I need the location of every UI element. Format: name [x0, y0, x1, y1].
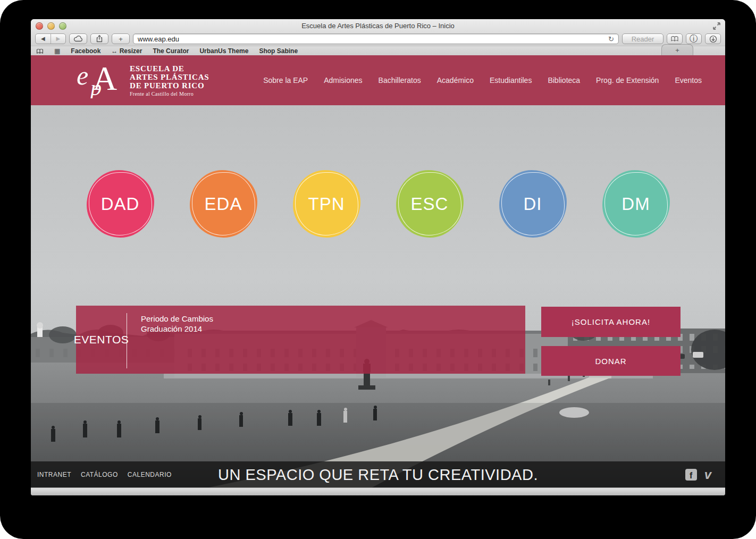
nav-admisiones[interactable]: Admisiones	[324, 76, 362, 85]
solicita-ahora-button[interactable]: ¡SOLICITA AHORA!	[541, 307, 681, 337]
nav-prog-extension[interactable]: Prog. de Extensión	[596, 76, 659, 85]
bookmark-item[interactable]: UrbanUs Theme	[199, 47, 248, 55]
site-header: e p A ESCUELA DE ARTES PLÁSTICAS DE PUER…	[31, 55, 725, 105]
footer-link-intranet[interactable]: INTRANET	[37, 471, 71, 478]
reload-icon[interactable]: ↻	[608, 35, 614, 43]
top-sites-grid-icon[interactable]: ▦	[54, 47, 60, 55]
program-circle-di[interactable]: DI	[499, 170, 567, 238]
program-circle-esc[interactable]: ESC	[396, 170, 464, 238]
nav-bachilleratos[interactable]: Bachilleratos	[379, 76, 421, 85]
footer-links: INTRANET CATÁLOGO CALENDARIO	[37, 471, 172, 478]
nav-biblioteca[interactable]: Biblioteca	[548, 76, 580, 85]
reading-list-button[interactable]	[667, 33, 683, 44]
bookmarks-book-icon[interactable]	[36, 48, 44, 54]
icloud-button[interactable]	[69, 33, 87, 44]
address-bar[interactable]: www.eap.edu ↻	[133, 33, 619, 44]
site-footer: INTRANET CATÁLOGO CALENDARIO UN ESPACIO …	[31, 461, 725, 488]
bookmark-item[interactable]: Shop Sabine	[259, 47, 298, 55]
new-tab-button[interactable]: +	[112, 33, 130, 44]
circle-ring	[192, 172, 255, 235]
donar-button[interactable]: DONAR	[541, 346, 681, 376]
event-item[interactable]: Graduación 2014	[141, 324, 213, 334]
browser-window: Escuela de Artes Plásticas de Puerto Ric…	[31, 19, 725, 495]
circle-ring	[398, 172, 461, 235]
circle-ring	[89, 172, 152, 235]
bookmark-item[interactable]: Facebook	[71, 47, 100, 55]
hero-section: DAD EDA TPN ESC DI DM EVENTOS Periodo de…	[31, 105, 725, 488]
reader-button[interactable]: Reader	[622, 33, 663, 44]
facebook-icon[interactable]: f	[685, 469, 697, 481]
events-list: Periodo de Cambios Graduación 2014	[127, 306, 213, 374]
circle-ring	[501, 172, 565, 235]
footer-link-calendario[interactable]: CALENDARIO	[128, 471, 172, 478]
nav-estudiantiles[interactable]: Estudiantiles	[490, 76, 532, 85]
program-circles: DAD EDA TPN ESC DI DM	[31, 170, 725, 238]
footer-link-catalogo[interactable]: CATÁLOGO	[81, 471, 118, 478]
logo-text: ESCUELA DE ARTES PLÁSTICAS DE PUERTO RIC…	[130, 64, 209, 97]
footer-social: f v	[685, 469, 725, 481]
info-button[interactable]: ⓘ	[686, 33, 702, 44]
vimeo-icon[interactable]: v	[704, 469, 711, 481]
new-tab-tab-button[interactable]: +	[661, 44, 693, 56]
campus-photo	[31, 105, 725, 488]
nav-sobre-la-eap[interactable]: Sobre la EAP	[263, 76, 308, 85]
url-text: www.eap.edu	[138, 35, 608, 43]
forward-button[interactable]: ▶	[51, 34, 66, 44]
circle-ring	[604, 172, 668, 235]
program-circle-eda[interactable]: EDA	[190, 170, 257, 238]
bookmark-item[interactable]: The Curator	[153, 47, 189, 55]
downloads-button[interactable]	[705, 33, 721, 44]
toolbar: ◀ ▶ + www.eap.edu ↻ Reader ⓘ	[31, 32, 725, 46]
window-bottom-edge	[31, 487, 725, 495]
program-circle-tpn[interactable]: TPN	[293, 170, 360, 238]
main-nav: Sobre la EAP Admisiones Bachilleratos Ac…	[263, 76, 725, 85]
eap-logo-monogram: e p A	[77, 62, 122, 98]
events-panel: EVENTOS Periodo de Cambios Graduación 20…	[76, 306, 525, 374]
event-item[interactable]: Periodo de Cambios	[141, 314, 213, 324]
program-circle-dm[interactable]: DM	[602, 170, 670, 238]
history-nav: ◀ ▶	[35, 33, 66, 44]
program-circle-dad[interactable]: DAD	[87, 170, 154, 238]
nav-eventos[interactable]: Eventos	[675, 76, 702, 85]
svg-text:A: A	[93, 62, 117, 97]
events-heading: EVENTOS	[76, 306, 127, 374]
svg-text:e: e	[77, 62, 88, 90]
bookmarks-bar: ▦ Facebook ↔ Resizer The Curator UrbanUs…	[31, 46, 725, 56]
eap-logo[interactable]: e p A ESCUELA DE ARTES PLÁSTICAS DE PUER…	[77, 62, 209, 98]
circle-ring	[295, 172, 358, 235]
nav-academico[interactable]: Académico	[437, 76, 474, 85]
fullscreen-icon[interactable]	[712, 22, 721, 30]
footer-tagline: UN ESPACIO QUE RETA TU CREATIVIDAD.	[218, 466, 538, 484]
share-button[interactable]	[90, 33, 108, 44]
window-title: Escuela de Artes Plásticas de Puerto Ric…	[31, 22, 725, 30]
back-button[interactable]: ◀	[36, 34, 51, 44]
bookmark-item[interactable]: ↔ Resizer	[111, 47, 142, 55]
browser-chrome: Escuela de Artes Plásticas de Puerto Ric…	[31, 19, 725, 56]
screenshot-background: Escuela de Artes Plásticas de Puerto Ric…	[0, 0, 756, 539]
